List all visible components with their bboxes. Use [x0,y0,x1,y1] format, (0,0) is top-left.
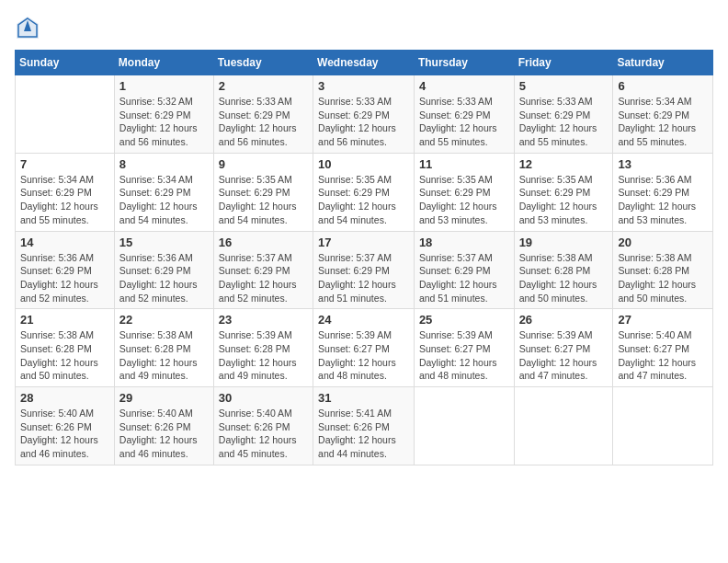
day-info: Sunrise: 5:34 AM Sunset: 6:29 PM Dayligh… [618,95,708,149]
day-info: Sunrise: 5:36 AM Sunset: 6:29 PM Dayligh… [119,251,209,305]
day-number: 4 [419,79,509,93]
day-number: 8 [119,157,209,171]
day-info: Sunrise: 5:39 AM Sunset: 6:27 PM Dayligh… [419,328,509,383]
day-number: 30 [219,391,308,405]
calendar-cell: 20Sunrise: 5:38 AM Sunset: 6:28 PM Dayli… [613,231,713,309]
calendar-cell: 16Sunrise: 5:37 AM Sunset: 6:29 PM Dayli… [213,231,313,309]
calendar-cell: 7Sunrise: 5:34 AM Sunset: 6:29 PM Daylig… [16,153,115,231]
day-number: 29 [119,391,209,405]
calendar-week-row: 7Sunrise: 5:34 AM Sunset: 6:29 PM Daylig… [16,153,713,231]
calendar-week-row: 1Sunrise: 5:32 AM Sunset: 6:29 PM Daylig… [16,75,713,154]
calendar-cell: 22Sunrise: 5:38 AM Sunset: 6:28 PM Dayli… [114,309,213,387]
calendar-cell: 24Sunrise: 5:39 AM Sunset: 6:27 PM Dayli… [313,309,415,387]
day-number: 14 [20,236,109,249]
day-info: Sunrise: 5:38 AM Sunset: 6:28 PM Dayligh… [119,328,209,383]
calendar-cell [414,387,514,465]
day-info: Sunrise: 5:41 AM Sunset: 6:26 PM Dayligh… [318,407,409,461]
day-number: 10 [318,157,409,171]
day-number: 13 [618,157,708,171]
logo [15,15,44,40]
column-header-thursday: Thursday [414,51,514,75]
calendar-cell: 15Sunrise: 5:36 AM Sunset: 6:29 PM Dayli… [114,231,213,309]
day-number: 2 [219,79,308,93]
day-info: Sunrise: 5:38 AM Sunset: 6:28 PM Dayligh… [20,328,109,383]
day-info: Sunrise: 5:35 AM Sunset: 6:29 PM Dayligh… [318,173,409,227]
day-number: 22 [119,313,209,327]
day-number: 7 [20,157,109,171]
day-number: 5 [519,79,609,93]
day-info: Sunrise: 5:38 AM Sunset: 6:28 PM Dayligh… [519,251,609,305]
calendar-cell: 11Sunrise: 5:35 AM Sunset: 6:29 PM Dayli… [414,153,514,231]
calendar-cell: 27Sunrise: 5:40 AM Sunset: 6:27 PM Dayli… [613,309,713,387]
day-info: Sunrise: 5:40 AM Sunset: 6:26 PM Dayligh… [119,407,209,461]
day-number: 9 [219,157,308,171]
day-info: Sunrise: 5:40 AM Sunset: 6:27 PM Dayligh… [618,328,708,383]
column-header-wednesday: Wednesday [313,51,415,75]
day-number: 6 [618,79,708,93]
day-number: 25 [419,313,509,327]
day-number: 17 [318,236,409,249]
day-info: Sunrise: 5:37 AM Sunset: 6:29 PM Dayligh… [318,251,409,305]
calendar-cell: 31Sunrise: 5:41 AM Sunset: 6:26 PM Dayli… [313,387,415,465]
day-info: Sunrise: 5:37 AM Sunset: 6:29 PM Dayligh… [219,251,308,305]
column-header-tuesday: Tuesday [213,51,313,75]
column-header-sunday: Sunday [16,51,115,75]
calendar-cell: 14Sunrise: 5:36 AM Sunset: 6:29 PM Dayli… [16,231,115,309]
day-info: Sunrise: 5:40 AM Sunset: 6:26 PM Dayligh… [20,407,109,461]
day-info: Sunrise: 5:35 AM Sunset: 6:29 PM Dayligh… [419,173,509,227]
day-number: 24 [318,313,409,327]
calendar-cell [613,387,713,465]
day-number: 20 [618,236,708,249]
column-header-friday: Friday [514,51,613,75]
day-number: 19 [519,236,609,249]
day-info: Sunrise: 5:35 AM Sunset: 6:29 PM Dayligh… [219,173,308,227]
day-number: 31 [318,391,409,405]
calendar-cell: 4Sunrise: 5:33 AM Sunset: 6:29 PM Daylig… [414,75,514,154]
calendar-cell: 17Sunrise: 5:37 AM Sunset: 6:29 PM Dayli… [313,231,415,309]
calendar-cell: 3Sunrise: 5:33 AM Sunset: 6:29 PM Daylig… [313,75,415,154]
page-header [15,15,713,40]
calendar-cell: 18Sunrise: 5:37 AM Sunset: 6:29 PM Dayli… [414,231,514,309]
calendar-cell [514,387,613,465]
calendar-cell: 30Sunrise: 5:40 AM Sunset: 6:26 PM Dayli… [213,387,313,465]
day-number: 12 [519,157,609,171]
day-number: 1 [119,79,209,93]
calendar-cell: 6Sunrise: 5:34 AM Sunset: 6:29 PM Daylig… [613,75,713,154]
calendar-cell: 21Sunrise: 5:38 AM Sunset: 6:28 PM Dayli… [16,309,115,387]
calendar-cell: 5Sunrise: 5:33 AM Sunset: 6:29 PM Daylig… [514,75,613,154]
day-info: Sunrise: 5:35 AM Sunset: 6:29 PM Dayligh… [519,173,609,227]
column-header-monday: Monday [114,51,213,75]
calendar-cell: 29Sunrise: 5:40 AM Sunset: 6:26 PM Dayli… [114,387,213,465]
day-info: Sunrise: 5:36 AM Sunset: 6:29 PM Dayligh… [20,251,109,305]
day-info: Sunrise: 5:39 AM Sunset: 6:28 PM Dayligh… [219,328,308,383]
calendar-cell: 26Sunrise: 5:39 AM Sunset: 6:27 PM Dayli… [514,309,613,387]
calendar-cell: 28Sunrise: 5:40 AM Sunset: 6:26 PM Dayli… [16,387,115,465]
calendar-table: SundayMondayTuesdayWednesdayThursdayFrid… [15,50,713,465]
day-number: 3 [318,79,409,93]
day-info: Sunrise: 5:39 AM Sunset: 6:27 PM Dayligh… [519,328,609,383]
calendar-header-row: SundayMondayTuesdayWednesdayThursdayFrid… [16,51,713,75]
calendar-cell: 2Sunrise: 5:33 AM Sunset: 6:29 PM Daylig… [213,75,313,154]
day-info: Sunrise: 5:39 AM Sunset: 6:27 PM Dayligh… [318,328,409,383]
calendar-cell [16,75,115,154]
day-info: Sunrise: 5:33 AM Sunset: 6:29 PM Dayligh… [519,95,609,149]
calendar-cell: 8Sunrise: 5:34 AM Sunset: 6:29 PM Daylig… [114,153,213,231]
day-info: Sunrise: 5:34 AM Sunset: 6:29 PM Dayligh… [20,173,109,227]
calendar-cell: 19Sunrise: 5:38 AM Sunset: 6:28 PM Dayli… [514,231,613,309]
day-number: 18 [419,236,509,249]
day-number: 26 [519,313,609,327]
column-header-saturday: Saturday [613,51,713,75]
calendar-week-row: 28Sunrise: 5:40 AM Sunset: 6:26 PM Dayli… [16,387,713,465]
day-info: Sunrise: 5:34 AM Sunset: 6:29 PM Dayligh… [119,173,209,227]
calendar-cell: 12Sunrise: 5:35 AM Sunset: 6:29 PM Dayli… [514,153,613,231]
day-number: 23 [219,313,308,327]
day-info: Sunrise: 5:33 AM Sunset: 6:29 PM Dayligh… [318,95,409,149]
calendar-cell: 25Sunrise: 5:39 AM Sunset: 6:27 PM Dayli… [414,309,514,387]
calendar-cell: 23Sunrise: 5:39 AM Sunset: 6:28 PM Dayli… [213,309,313,387]
day-info: Sunrise: 5:33 AM Sunset: 6:29 PM Dayligh… [419,95,509,149]
day-info: Sunrise: 5:32 AM Sunset: 6:29 PM Dayligh… [119,95,209,149]
day-info: Sunrise: 5:40 AM Sunset: 6:26 PM Dayligh… [219,407,308,461]
calendar-cell: 9Sunrise: 5:35 AM Sunset: 6:29 PM Daylig… [213,153,313,231]
calendar-week-row: 21Sunrise: 5:38 AM Sunset: 6:28 PM Dayli… [16,309,713,387]
day-number: 11 [419,157,509,171]
